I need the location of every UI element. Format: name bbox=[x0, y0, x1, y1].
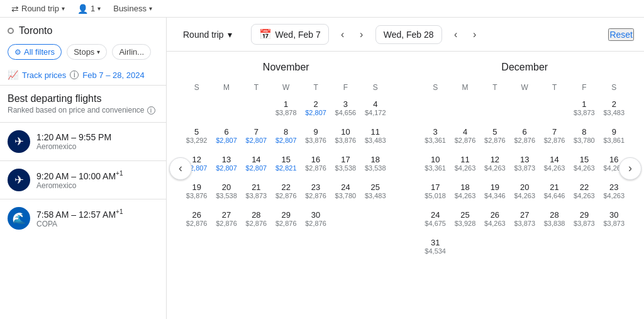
flight-item[interactable]: ✈ 9:20 AM – 10:00 AM+1 Aeromexico bbox=[0, 160, 166, 199]
calendar-overlay: Round trip ▾ 📅 Wed, Feb 7 ‹ › Wed, Feb 2… bbox=[167, 18, 644, 319]
day-cell[interactable]: 6$2,807 bbox=[213, 123, 240, 148]
day-cell[interactable]: 26$2,876 bbox=[183, 206, 210, 232]
day-cell[interactable]: 7$2,807 bbox=[243, 123, 270, 148]
day-cell[interactable]: 4$2,876 bbox=[452, 123, 479, 148]
day-cell[interactable]: 8$3,780 bbox=[570, 123, 597, 148]
day-cell[interactable]: 5$3,292 bbox=[183, 123, 210, 148]
start-date-prev[interactable]: ‹ bbox=[334, 26, 352, 43]
day-number: 15 bbox=[281, 155, 290, 165]
weekday-header: T bbox=[540, 81, 569, 94]
class-selector[interactable]: Business ▾ bbox=[109, 3, 156, 14]
reset-button[interactable]: Reset bbox=[608, 28, 634, 41]
day-cell[interactable]: 9$3,876 bbox=[302, 123, 329, 148]
start-date-next[interactable]: › bbox=[353, 26, 370, 43]
day-cell[interactable]: 13$3,873 bbox=[511, 151, 538, 176]
calendar-trip-type[interactable]: Round trip ▾ bbox=[177, 26, 238, 43]
day-price: $3,780 bbox=[335, 192, 357, 200]
round-trip-selector[interactable]: ⇄ Round trip ▾ bbox=[8, 3, 69, 15]
day-cell[interactable]: 2$2,807 bbox=[302, 96, 329, 121]
weekday-header: T bbox=[242, 81, 271, 94]
day-cell[interactable]: 9$3,861 bbox=[601, 123, 628, 148]
day-cell[interactable]: 13$2,807 bbox=[213, 151, 240, 176]
day-cell[interactable]: 29$3,873 bbox=[570, 206, 597, 232]
day-cell[interactable]: 15$4,263 bbox=[570, 151, 597, 176]
day-cell[interactable]: 28$2,876 bbox=[243, 206, 270, 232]
day-cell[interactable]: 7$2,876 bbox=[541, 123, 568, 148]
day-cell[interactable]: 18$4,263 bbox=[452, 179, 479, 204]
day-cell[interactable]: 25$3,483 bbox=[362, 179, 389, 204]
day-price: $4,263 bbox=[574, 192, 595, 200]
all-filters-button[interactable]: ⚙ All filters bbox=[8, 44, 62, 60]
day-cell[interactable]: 23$2,876 bbox=[302, 179, 329, 204]
day-cell[interactable]: 6$2,876 bbox=[511, 123, 538, 148]
day-cell[interactable]: 4$4,172 bbox=[362, 96, 389, 121]
day-cell[interactable]: 31$4,534 bbox=[422, 234, 449, 259]
day-cell[interactable]: 17$3,538 bbox=[332, 151, 359, 176]
day-number: 29 bbox=[580, 210, 589, 220]
day-cell[interactable]: 20$3,538 bbox=[213, 179, 240, 204]
day-cell[interactable]: 11$4,263 bbox=[452, 151, 479, 176]
flight-airline: Aeromexico bbox=[36, 181, 158, 190]
airlines-filter-button[interactable]: Airlin... bbox=[112, 44, 151, 60]
day-cell[interactable]: 16$2,876 bbox=[302, 151, 329, 176]
day-cell[interactable]: 3$4,656 bbox=[332, 96, 359, 121]
day-cell[interactable]: 24$4,675 bbox=[422, 206, 449, 232]
calendar-prev-button[interactable]: ‹ bbox=[169, 157, 192, 180]
best-flights-title: Best departing flights bbox=[8, 93, 158, 104]
day-cell[interactable]: 20$4,263 bbox=[511, 179, 538, 204]
end-date-selector[interactable]: Wed, Feb 28 bbox=[375, 25, 442, 44]
day-cell[interactable]: 12$4,263 bbox=[481, 151, 508, 176]
day-cell[interactable]: 22$2,876 bbox=[272, 179, 299, 204]
day-cell[interactable]: 18$3,538 bbox=[362, 151, 389, 176]
day-cell[interactable]: 2$3,483 bbox=[601, 96, 628, 121]
day-cell[interactable]: 21$4,646 bbox=[541, 179, 568, 204]
day-cell[interactable]: 23$4,263 bbox=[601, 179, 628, 204]
day-number: 22 bbox=[580, 182, 589, 193]
day-cell[interactable]: 8$2,807 bbox=[272, 123, 299, 148]
day-cell[interactable]: 19$3,876 bbox=[183, 179, 210, 204]
flight-item[interactable]: 🌊 7:58 AM – 12:57 AM+1 COPA bbox=[0, 199, 166, 237]
day-cell[interactable]: 17$5,018 bbox=[422, 179, 449, 204]
end-date-prev[interactable]: ‹ bbox=[447, 26, 465, 43]
day-number: 7 bbox=[254, 127, 258, 137]
day-cell[interactable]: 15$2,821 bbox=[272, 151, 299, 176]
flight-item[interactable]: ✈ 1:20 AM – 9:55 PM Aeromexico bbox=[0, 122, 166, 160]
day-cell[interactable]: 27$3,873 bbox=[511, 206, 538, 232]
day-cell[interactable]: 21$3,873 bbox=[243, 179, 270, 204]
day-price: $3,361 bbox=[425, 164, 446, 172]
calendar-next-button[interactable]: › bbox=[619, 157, 641, 180]
day-cell[interactable]: 14$4,263 bbox=[541, 151, 568, 176]
end-date-next[interactable]: › bbox=[466, 26, 484, 43]
day-price: $4,263 bbox=[484, 164, 506, 172]
day-cell[interactable]: 30$2,876 bbox=[302, 206, 329, 232]
best-flights-section: Best departing flights Ranked based on p… bbox=[0, 86, 166, 122]
start-date-selector[interactable]: 📅 Wed, Feb 7 bbox=[251, 24, 329, 45]
passengers-selector[interactable]: 👤 1 ▾ bbox=[74, 3, 104, 15]
day-cell[interactable]: 14$2,807 bbox=[243, 151, 270, 176]
day-cell[interactable]: 19$4,346 bbox=[481, 179, 508, 204]
day-cell[interactable]: 25$3,928 bbox=[452, 206, 479, 232]
day-cell[interactable]: 10$3,361 bbox=[422, 151, 449, 176]
track-prices-bar[interactable]: 📈 Track prices i Feb 7 – 28, 2024 bbox=[0, 65, 166, 86]
search-input[interactable] bbox=[19, 25, 158, 36]
day-cell[interactable]: 22$4,263 bbox=[570, 179, 597, 204]
day-cell[interactable]: 28$3,838 bbox=[541, 206, 568, 232]
day-cell[interactable]: 29$2,876 bbox=[272, 206, 299, 232]
day-cell[interactable]: 1$3,873 bbox=[570, 96, 597, 121]
day-cell[interactable]: 27$2,876 bbox=[213, 206, 240, 232]
day-cell[interactable]: 3$3,361 bbox=[422, 123, 449, 148]
day-cell[interactable]: 5$2,876 bbox=[481, 123, 508, 148]
day-cell[interactable]: 26$4,263 bbox=[481, 206, 508, 232]
day-cell[interactable]: 11$3,483 bbox=[362, 123, 389, 148]
info-icon: i bbox=[70, 70, 79, 79]
day-cell[interactable]: 24$3,780 bbox=[332, 179, 359, 204]
weekday-header: S bbox=[360, 81, 390, 94]
day-cell[interactable]: 1$3,878 bbox=[272, 96, 299, 121]
day-cell[interactable]: 10$3,876 bbox=[332, 123, 359, 148]
stops-filter-button[interactable]: Stops ▾ bbox=[67, 44, 107, 60]
day-number: 28 bbox=[252, 210, 260, 220]
day-cell[interactable]: 30$3,873 bbox=[601, 206, 628, 232]
day-price: $3,876 bbox=[335, 137, 357, 145]
day-number: 15 bbox=[580, 155, 589, 165]
day-price: $2,876 bbox=[305, 192, 326, 200]
